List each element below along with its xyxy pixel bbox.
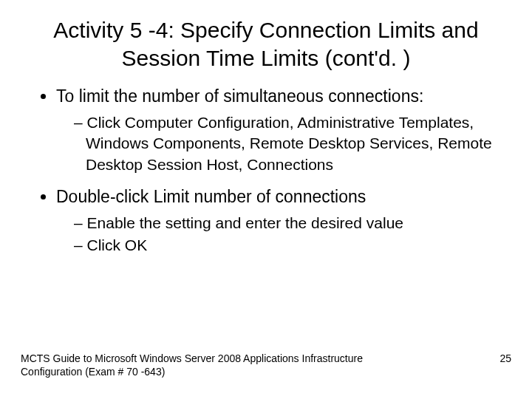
sub-list: Enable the setting and enter the desired… [56,213,511,256]
page-number: 25 [499,352,511,365]
bullet-text: To limit the number of simultaneous conn… [56,86,423,106]
bullet-text: Double-click Limit number of connections [56,187,366,206]
footer-text: MCTS Guide to Microsoft Windows Server 2… [21,352,405,378]
sub-list: Click Computer Configuration, Administra… [56,112,511,175]
sub-item: Click OK [74,235,511,256]
bullet-list: To limit the number of simultaneous conn… [21,85,511,256]
sub-item: Enable the setting and enter the desired… [74,213,511,233]
slide-title: Activity 5 -4: Specify Connection Limits… [21,16,511,72]
bullet-item: Double-click Limit number of connections… [56,185,511,256]
bullet-item: To limit the number of simultaneous conn… [56,85,511,175]
sub-item: Click Computer Configuration, Administra… [74,112,511,175]
slide: Activity 5 -4: Specify Connection Limits… [0,0,532,399]
footer: MCTS Guide to Microsoft Windows Server 2… [21,352,511,378]
